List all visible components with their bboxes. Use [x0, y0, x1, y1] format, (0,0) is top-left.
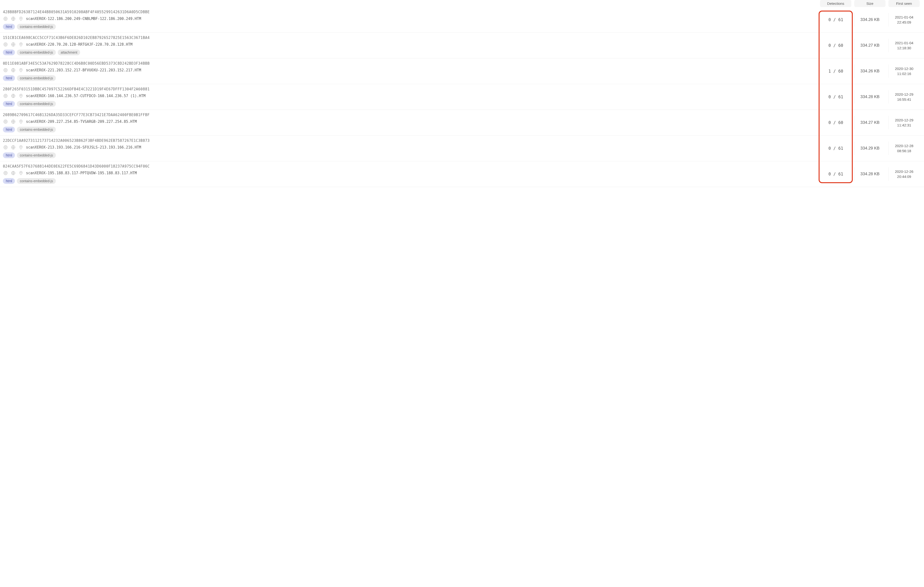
globe-icon[interactable]	[11, 171, 16, 176]
pin-icon[interactable]	[18, 145, 23, 150]
cell-size: 334.27 KB	[854, 116, 886, 129]
target-icon[interactable]	[3, 67, 8, 73]
tag-html[interactable]: html	[3, 24, 15, 30]
table-row[interactable]: 024CAA5F57F637688144DE0E622FE5C69D6841D4…	[0, 161, 924, 187]
file-hash[interactable]: 024CAA5F57F637688144DE0E622FE5C69D6841D4…	[3, 164, 818, 168]
table-row[interactable]: 428B8BFD26387124E44B8050631A5910208ABF4F…	[0, 7, 924, 33]
cell-detections: 0 / 60	[820, 39, 851, 52]
cell-first-seen: 2021-01-0422:45:09	[888, 13, 920, 26]
table-row[interactable]: 151CB1CEA698CACC5CCF71C43B6F6DE826D102EB…	[0, 33, 924, 58]
globe-icon[interactable]	[11, 16, 16, 21]
target-icon[interactable]	[3, 119, 8, 124]
svg-point-34	[20, 172, 21, 173]
first-seen-time: 20:44:09	[897, 174, 911, 179]
svg-point-19	[20, 95, 21, 96]
svg-point-32	[5, 173, 6, 173]
file-hash[interactable]: 151CB1CEA698CACC5CCF71C43B6F6DE826D102EB…	[3, 36, 818, 40]
column-header-first-seen[interactable]: First seen	[888, 0, 920, 7]
tag-contains-embedded-js[interactable]: contains-embedded-js	[17, 178, 56, 184]
tag-contains-embedded-js[interactable]: contains-embedded-js	[17, 49, 56, 55]
cell-size: 334.26 KB	[854, 64, 886, 78]
cell-detections: 0 / 61	[820, 141, 851, 155]
target-icon[interactable]	[3, 171, 8, 176]
svg-point-2	[5, 18, 6, 19]
pin-icon[interactable]	[18, 67, 23, 73]
first-seen-time: 11:02:16	[897, 71, 911, 76]
tag-contains-embedded-js[interactable]: contains-embedded-js	[17, 75, 56, 81]
tag-attachment[interactable]: attachment	[58, 49, 80, 55]
svg-point-22	[5, 122, 6, 122]
cell-detections: 1 / 60	[820, 64, 851, 78]
table-header: Detections Size First seen	[0, 0, 924, 7]
globe-icon[interactable]	[11, 145, 16, 150]
file-name[interactable]: scanXEROX-122.186.200.249-CNBLMBF-122.18…	[26, 16, 141, 21]
first-seen-time: 12:18:30	[897, 45, 911, 51]
cell-detections: 0 / 61	[820, 13, 851, 26]
column-header-size[interactable]: Size	[854, 0, 886, 7]
cell-size: 334.28 KB	[854, 167, 886, 181]
tag-html[interactable]: html	[3, 152, 15, 158]
cell-first-seen: 2020-12-2808:56:18	[888, 141, 920, 155]
file-name[interactable]: scanXEROX-213.193.166.216-SFOJSLS-213.19…	[26, 145, 141, 150]
cell-first-seen: 2020-12-3011:02:16	[888, 64, 920, 78]
svg-point-7	[5, 44, 6, 45]
file-name[interactable]: scanXEROX-220.70.20.128-RRTGHJF-220.70.2…	[26, 42, 133, 47]
svg-point-14	[20, 69, 21, 70]
target-icon[interactable]	[3, 16, 8, 21]
tag-html[interactable]: html	[3, 127, 15, 132]
first-seen-date: 2020-12-29	[895, 118, 913, 123]
pin-icon[interactable]	[18, 93, 23, 99]
file-name[interactable]: scanXEROX-195.188.83.117-PPTQVDW-195.188…	[26, 171, 137, 175]
file-name[interactable]: scanXEROX-221.203.152.217-BFVUOXU-221.20…	[26, 68, 141, 72]
tag-html[interactable]: html	[3, 75, 15, 81]
file-hash[interactable]: 2089B62709617C46B1326DA35D33CEFCF77E3CB7…	[3, 113, 818, 117]
svg-point-24	[20, 121, 21, 122]
svg-point-29	[20, 146, 21, 147]
file-hash[interactable]: 22DCCF1AA9273112173714232A006523B862F3BF…	[3, 138, 818, 143]
globe-icon[interactable]	[11, 93, 16, 99]
svg-point-17	[5, 96, 6, 96]
pin-icon[interactable]	[18, 119, 23, 124]
first-seen-time: 08:56:18	[897, 148, 911, 153]
column-header-detections[interactable]: Detections	[820, 0, 851, 7]
file-hash[interactable]: 428B8BFD26387124E44B8050631A5910208ABF4F…	[3, 10, 818, 14]
table-row[interactable]: 0D11E081ABF34E5C53A7629D78228CC4D6B8C00D…	[0, 58, 924, 84]
cell-first-seen: 2020-12-2620:44:09	[888, 167, 920, 181]
table-row[interactable]: 280F265F03151DBBC457097C52266DFB4E4C3221…	[0, 84, 924, 110]
svg-point-12	[5, 70, 6, 71]
pin-icon[interactable]	[18, 171, 23, 176]
target-icon[interactable]	[3, 42, 8, 47]
globe-icon[interactable]	[11, 119, 16, 124]
tag-html[interactable]: html	[3, 101, 15, 107]
tag-contains-embedded-js[interactable]: contains-embedded-js	[17, 24, 56, 30]
cell-detections: 0 / 60	[820, 116, 851, 129]
cell-first-seen: 2020-12-2916:55:41	[888, 90, 920, 104]
first-seen-date: 2021-01-04	[895, 40, 913, 45]
cell-size: 334.28 KB	[854, 90, 886, 104]
file-hash[interactable]: 280F265F03151DBBC457097C52266DFB4E4C3221…	[3, 87, 818, 91]
cell-detections: 0 / 61	[820, 90, 851, 104]
tag-html[interactable]: html	[3, 178, 15, 184]
tag-contains-embedded-js[interactable]: contains-embedded-js	[17, 127, 56, 132]
table-row[interactable]: 2089B62709617C46B1326DA35D33CEFCF77E3CB7…	[0, 110, 924, 136]
first-seen-date: 2020-12-28	[895, 143, 913, 148]
pin-icon[interactable]	[18, 42, 23, 47]
target-icon[interactable]	[3, 93, 8, 99]
first-seen-time: 16:55:41	[897, 97, 911, 102]
target-icon[interactable]	[3, 145, 8, 150]
globe-icon[interactable]	[11, 42, 16, 47]
cell-detections: 0 / 61	[820, 167, 851, 181]
file-name[interactable]: scanXEROX-209.227.254.85-TVSARGB-209.227…	[26, 120, 137, 124]
cell-size: 334.26 KB	[854, 13, 886, 26]
file-name[interactable]: scanXEROX-160.144.236.57-CUTFDCO-160.144…	[26, 94, 145, 98]
tag-contains-embedded-js[interactable]: contains-embedded-js	[17, 101, 56, 107]
first-seen-date: 2020-12-26	[895, 169, 913, 174]
cell-first-seen: 2020-12-2911:42:31	[888, 116, 920, 129]
globe-icon[interactable]	[11, 67, 16, 73]
tag-contains-embedded-js[interactable]: contains-embedded-js	[17, 152, 56, 158]
first-seen-date: 2021-01-04	[895, 15, 913, 20]
tag-html[interactable]: html	[3, 49, 15, 55]
table-row[interactable]: 22DCCF1AA9273112173714232A006523B862F3BF…	[0, 136, 924, 161]
pin-icon[interactable]	[18, 16, 23, 21]
file-hash[interactable]: 0D11E081ABF34E5C53A7629D78228CC4D6B8C00D…	[3, 61, 818, 66]
